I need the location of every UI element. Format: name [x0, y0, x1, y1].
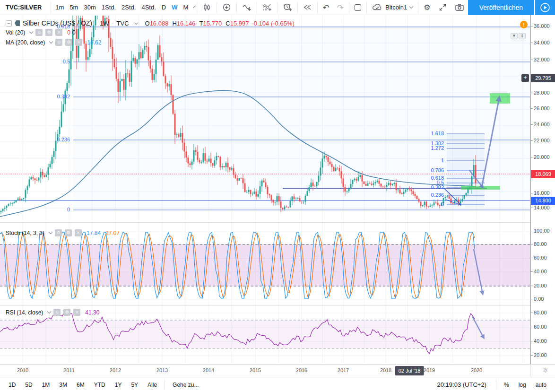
warning-icon[interactable]: !: [520, 21, 528, 28]
goto-date-button[interactable]: Gehe zu...: [168, 382, 203, 388]
legend-exchange[interactable]: TVC: [117, 20, 129, 27]
interval-button-w[interactable]: W: [169, 0, 180, 15]
range-button-6m[interactable]: 6M: [72, 382, 89, 388]
indicator-add-icon[interactable]: [238, 0, 255, 15]
close-icon[interactable]: ×: [55, 29, 62, 36]
chevron-down-icon[interactable]: [47, 310, 51, 314]
range-button-ytd[interactable]: YTD: [89, 382, 110, 388]
publish-button[interactable]: Veröffentlichen: [468, 0, 534, 15]
range-button-1d[interactable]: 1D: [4, 382, 20, 388]
scale-merge-icon[interactable]: ⇕: [519, 33, 526, 39]
legend-symbol-title[interactable]: Silber CFDs (US$ / OZ): [23, 19, 92, 27]
year-label-2015[interactable]: 2015: [250, 367, 261, 373]
year-label-2010[interactable]: 2010: [17, 367, 28, 373]
divider: [530, 365, 530, 377]
interval-button-4std.[interactable]: 4Std.: [139, 0, 158, 15]
chevron-down-icon[interactable]: [49, 230, 52, 234]
interval-button-m[interactable]: M: [181, 0, 191, 15]
range-button-1y[interactable]: 1Y: [110, 382, 127, 388]
stoch-tick: 20.00: [534, 283, 547, 288]
interval-button-1std.[interactable]: 1Std.: [99, 0, 119, 15]
close-icon[interactable]: ×: [73, 309, 80, 316]
interval-button-2std.[interactable]: 2Std.: [119, 0, 139, 15]
settings-gear-icon[interactable]: ⚙: [420, 0, 434, 15]
year-label-2019[interactable]: 2019: [424, 367, 435, 373]
year-label-2020[interactable]: 2020: [471, 367, 482, 373]
bar-replay-icon[interactable]: [299, 0, 316, 15]
close-icon[interactable]: ×: [75, 229, 82, 236]
fullscreen-icon[interactable]: [434, 0, 451, 15]
eye-icon[interactable]: ⊙: [53, 309, 61, 316]
gear-icon[interactable]: ⚙: [63, 309, 70, 316]
range-button-5d[interactable]: 5D: [20, 382, 37, 388]
year-label-2012[interactable]: 2012: [110, 367, 121, 373]
collapse-pane-icon[interactable]: −: [6, 20, 12, 26]
fib-level-label: 0.5: [41, 59, 70, 64]
interval-button-1m[interactable]: 1m: [52, 0, 67, 15]
rsi-label[interactable]: RSI (14, close): [6, 309, 43, 316]
layout-select-button[interactable]: [351, 0, 365, 15]
clock-label[interactable]: 20:19:03 (UTC+2): [431, 381, 493, 388]
symbol-button[interactable]: TVC:SILVER: [0, 0, 49, 15]
eye-icon[interactable]: ⊙: [55, 39, 62, 46]
price-badge: 14.800: [531, 197, 555, 205]
stoch-k-value: 17.84: [87, 230, 101, 236]
year-label-2011[interactable]: 2011: [63, 367, 75, 373]
price-axis[interactable]: 36.00034.00032.00028.00026.00024.00022.0…: [530, 15, 555, 377]
interval-button-30m[interactable]: 30m: [81, 0, 98, 15]
ma-value: 16.62: [87, 39, 101, 46]
cloud-save-button[interactable]: Bitcoin1: [368, 0, 416, 15]
dot-separator: ·: [95, 20, 97, 26]
layout-icon: [355, 4, 361, 11]
range-button-alle[interactable]: Alle: [143, 382, 162, 388]
stoch-legend-row: Stoch (14, 3, 3) ⊙ ⚙ × 17.84 27.07: [6, 229, 120, 236]
volume-label[interactable]: Vol (20): [6, 29, 25, 36]
stoch-label[interactable]: Stoch (14, 3, 3): [6, 230, 44, 236]
template-add-icon[interactable]: [259, 0, 276, 15]
gear-icon[interactable]: ⚙: [45, 29, 52, 36]
scale-toggle-auto[interactable]: auto: [531, 382, 551, 388]
close-icon[interactable]: ×: [75, 39, 82, 46]
undo-icon[interactable]: ↶: [319, 0, 333, 15]
interval-button-5m[interactable]: 5m: [67, 0, 81, 15]
range-button-1m[interactable]: 1M: [37, 382, 55, 388]
price-tick: 28.000: [534, 90, 550, 96]
gear-icon[interactable]: ⚙: [65, 39, 72, 46]
range-button-5y[interactable]: 5Y: [126, 382, 143, 388]
publish-play-button[interactable]: [535, 0, 555, 15]
fib-ext-level-label: 1.618: [416, 131, 444, 136]
chevron-down-icon[interactable]: [134, 20, 138, 24]
compare-add-icon[interactable]: [218, 0, 235, 15]
year-label-2013[interactable]: 2013: [156, 367, 168, 373]
year-label-2018[interactable]: 2018: [380, 367, 391, 373]
top-toolbar: TVC:SILVER 1m5m30m1Std.2Std.4Std.DWM ↶ ↷…: [0, 0, 555, 15]
price-tick: 22.000: [534, 138, 550, 143]
ma-label[interactable]: MA (200, close): [6, 39, 45, 46]
time-axis[interactable]: 02 Jul '18 ☼ 201020112012201320142015201…: [0, 364, 555, 377]
range-button-3m[interactable]: 3M: [54, 382, 72, 388]
chart-canvas[interactable]: [0, 0, 555, 392]
session-sun-icon[interactable]: ☼: [542, 366, 548, 374]
gear-icon[interactable]: ⚙: [65, 229, 72, 236]
scale-collapse-icon[interactable]: ▼: [511, 33, 518, 39]
year-label-2014[interactable]: 2014: [203, 367, 214, 373]
volume-legend-row: Vol (20) ⊙ ⚙ × 0 0: [6, 29, 76, 36]
price-tick: 26.000: [534, 105, 550, 111]
scale-toggle-%[interactable]: %: [499, 382, 514, 388]
ohlc-pair: C15.997: [225, 20, 249, 27]
add-order-plus-button[interactable]: +: [521, 74, 529, 82]
candlestick-style-icon[interactable]: [199, 0, 215, 15]
alert-add-icon[interactable]: [279, 0, 296, 15]
legend-interval[interactable]: 1W: [100, 20, 109, 27]
interval-button-d[interactable]: D: [159, 0, 169, 15]
eye-icon[interactable]: ⊙: [55, 229, 62, 236]
eye-icon[interactable]: ⊙: [35, 29, 43, 36]
year-label-2016[interactable]: 2016: [296, 367, 307, 373]
camera-snapshot-icon[interactable]: [451, 0, 468, 15]
chevron-down-icon[interactable]: [49, 40, 53, 44]
chevron-down-icon[interactable]: [193, 5, 196, 8]
redo-icon[interactable]: ↷: [333, 0, 347, 15]
chevron-down-icon[interactable]: [29, 30, 33, 34]
scale-toggle-log[interactable]: log: [514, 382, 531, 388]
year-label-2017[interactable]: 2017: [338, 367, 349, 373]
